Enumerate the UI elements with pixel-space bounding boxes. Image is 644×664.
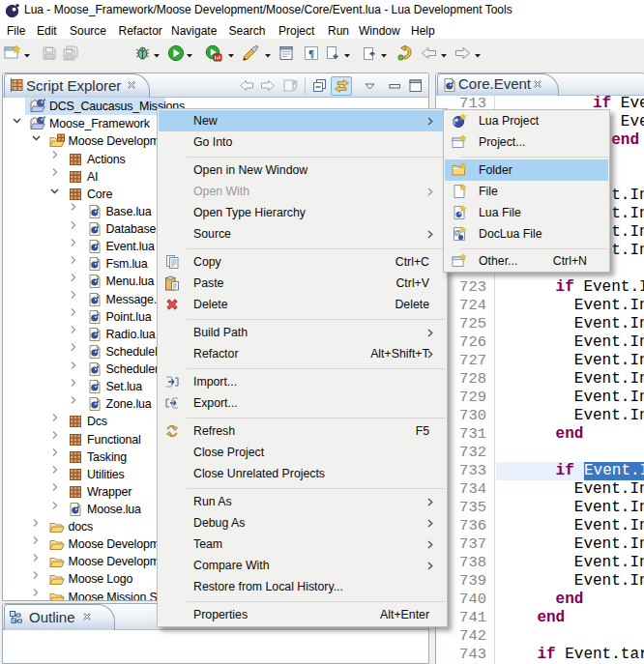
svg-text:¶: ¶: [308, 47, 314, 59]
